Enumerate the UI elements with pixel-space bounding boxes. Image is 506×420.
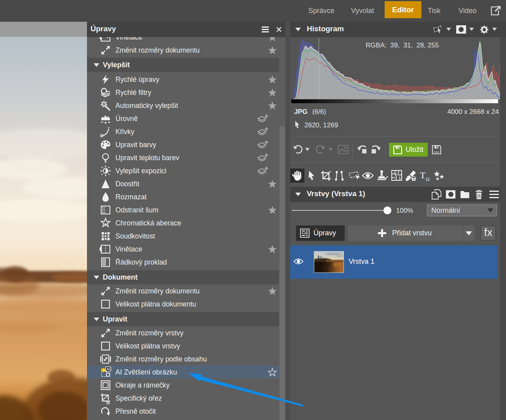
svg-text:T: T [420, 170, 426, 180]
svg-text:AI: AI [106, 367, 110, 371]
svg-text:Ω: Ω [426, 176, 430, 182]
